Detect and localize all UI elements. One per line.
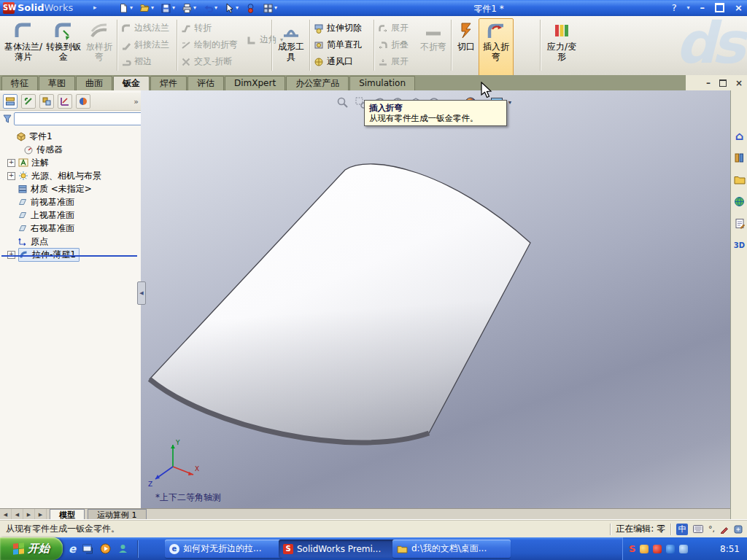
messenger-tray-icon[interactable] (640, 545, 649, 553)
volume-tray-icon[interactable] (679, 545, 688, 553)
custom-properties-icon[interactable] (733, 217, 746, 230)
tab-dimxpert[interactable]: DimXpert (225, 76, 285, 90)
featuremanager-tab[interactable] (3, 94, 18, 109)
propertymanager-tab[interactable] (21, 94, 36, 109)
taskbar-window-solidworks[interactable]: S SolidWorks Premi... (279, 540, 397, 558)
tab-weldments[interactable]: 焊件 (150, 76, 187, 90)
tree-item[interactable]: + 光源、相机与布景 (0, 169, 140, 182)
configurationmanager-tab[interactable] (39, 94, 54, 109)
messenger-icon[interactable] (117, 543, 128, 554)
prev-tab-button[interactable]: ◀ (12, 509, 23, 520)
tab-evaluate[interactable]: 评估 (187, 76, 224, 90)
clock[interactable]: 8:51 (720, 544, 747, 554)
tab-sketch[interactable]: 草图 (39, 76, 75, 90)
vent-button[interactable]: 通风口 (312, 54, 372, 69)
doc-restore-button[interactable] (719, 79, 727, 87)
tree-item[interactable]: + 注解 (0, 156, 140, 169)
graphics-viewport[interactable]: Y X Z ▾ ▾ 插入折弯 从现有零件生成一钣金零件。 *上下二等角轴测 (141, 90, 730, 508)
print-button[interactable]: ▾ (182, 3, 196, 14)
expand-icon[interactable]: + (7, 159, 15, 167)
tree-item-label: 注解 (31, 157, 49, 169)
tree-item[interactable]: 上视基准面 (0, 209, 140, 222)
dropdown-icon[interactable]: ▾ (236, 5, 239, 11)
rip-button[interactable]: 切口 (453, 18, 479, 76)
dimxpertmanager-tab[interactable] (58, 94, 72, 109)
tree-item[interactable]: 右视基准面 (0, 222, 140, 235)
tree-item[interactable]: 前视基准面 (0, 195, 140, 209)
first-tab-button[interactable]: ◀ (0, 509, 12, 520)
insert-bends-button[interactable]: 插入折弯 (479, 18, 514, 77)
dropdown-icon[interactable]: ▾ (151, 5, 154, 11)
stress-deform-button[interactable]: 应力/变形 (543, 18, 581, 76)
menu-expand-icon[interactable]: ▸ (93, 4, 97, 11)
convert-to-sheet-metal-button[interactable]: 转换到钣金 (45, 18, 82, 76)
security-alert-icon[interactable] (653, 545, 662, 553)
home-icon[interactable]: ⌂ (733, 130, 746, 142)
button-label: 交叉-折断 (194, 55, 232, 68)
simple-hole-button[interactable]: 简单直孔 (312, 37, 372, 52)
tree-item-selected[interactable]: + 拉伸-薄壁1 (0, 248, 140, 261)
expand-icon[interactable]: + (7, 172, 15, 180)
start-button[interactable]: 开始 (0, 537, 63, 560)
design-library-icon[interactable] (733, 152, 746, 164)
dropdown-icon[interactable]: ▾ (274, 5, 277, 11)
tree-root[interactable]: 零件1 (0, 130, 140, 143)
3d-content-icon[interactable]: 3D (733, 239, 746, 252)
zoom-fit-icon[interactable] (336, 96, 349, 109)
internet-explorer-icon[interactable]: e (69, 542, 76, 556)
taskbar-window-explorer[interactable]: d:\我的文档\桌面... (392, 540, 511, 558)
dropdown-icon[interactable]: ▾ (193, 5, 196, 11)
tab-simulation[interactable]: Simulation (349, 76, 415, 90)
solidworks-resources-icon[interactable] (733, 195, 746, 208)
model-tab[interactable]: 模型 (50, 509, 85, 520)
undo-button[interactable]: ▾ (203, 3, 217, 14)
rollback-bar[interactable] (1, 255, 137, 257)
network-tray-icon[interactable] (666, 545, 675, 553)
tab-surfaces[interactable]: 曲面 (76, 76, 112, 90)
panel-overflow-icon[interactable]: » (133, 97, 139, 106)
doc-close-button[interactable]: × (735, 78, 743, 88)
curved-sheet-model[interactable] (150, 164, 530, 443)
open-button[interactable]: ▾ (139, 3, 154, 14)
panel-collapse-handle[interactable]: ◀ (137, 281, 146, 305)
save-button[interactable]: ▾ (160, 3, 175, 14)
forming-tool-button[interactable]: 成形工具 (274, 18, 308, 76)
tree-item[interactable]: 原点 (0, 235, 140, 248)
next-tab-button[interactable]: ▶ (23, 509, 35, 520)
annotations-icon (18, 158, 28, 168)
displaymanager-tab[interactable] (76, 94, 90, 109)
dropdown-icon[interactable]: ▾ (508, 100, 511, 106)
new-document-button[interactable]: ▾ (118, 3, 133, 14)
options-button[interactable]: ▾ (263, 3, 277, 14)
task-label: d:\我的文档\桌面... (411, 542, 487, 555)
select-tool-button[interactable]: ▾ (224, 3, 239, 14)
doc-minimize-button[interactable]: – (706, 78, 711, 88)
origin-icon (18, 236, 28, 246)
media-player-icon[interactable] (100, 543, 111, 554)
tree-item[interactable]: 材质 <未指定> (0, 182, 140, 195)
tab-sheet-metal[interactable]: 钣金 (113, 76, 150, 90)
tree-item[interactable]: 传感器 (0, 143, 140, 156)
ime-indicator[interactable]: 中 (676, 524, 688, 535)
base-flange-button[interactable]: 基体法兰/薄片 (3, 18, 44, 76)
taskbar-window-browser[interactable]: e 如何对无折边的拉... (165, 540, 283, 558)
tree-filter-input[interactable] (14, 112, 143, 125)
show-desktop-icon[interactable] (82, 544, 93, 554)
solidworks-tray-icon[interactable]: S (629, 543, 635, 554)
ime-pen-icon[interactable] (720, 525, 729, 534)
tab-office-products[interactable]: 办公室产品 (286, 76, 349, 90)
motion-study-tab[interactable]: 运动算例 1 (88, 509, 147, 520)
ime-punctuation[interactable]: °, (708, 524, 715, 534)
tab-features[interactable]: 特征 (1, 76, 38, 90)
dropdown-icon[interactable]: ▾ (130, 5, 133, 11)
file-explorer-icon[interactable] (733, 174, 746, 186)
dropdown-icon[interactable]: ▾ (172, 5, 175, 11)
expand-icon[interactable]: + (7, 251, 15, 259)
ime-settings-icon[interactable] (734, 525, 743, 534)
last-tab-button[interactable]: ▶ (35, 509, 47, 520)
model-canvas[interactable]: Y X Z (141, 90, 730, 508)
selection-filter-button[interactable] (245, 3, 256, 14)
extruded-cut-button[interactable]: 拉伸切除 (312, 20, 372, 36)
dropdown-icon[interactable]: ▾ (214, 5, 217, 11)
keyboard-icon[interactable] (693, 525, 703, 533)
